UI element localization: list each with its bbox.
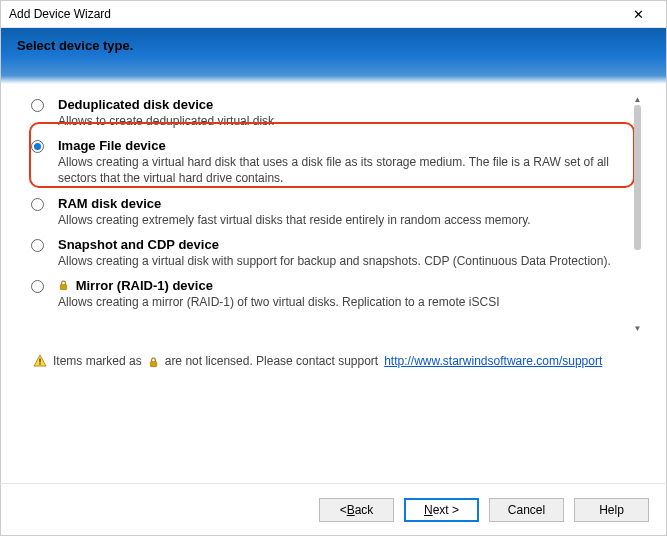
- option-desc: Allows creating extremely fast virtual d…: [58, 212, 620, 228]
- support-link[interactable]: http://www.starwindsoftware.com/support: [384, 354, 602, 368]
- back-button[interactable]: < Back: [319, 498, 394, 522]
- notice-prefix: Items marked as: [53, 354, 142, 368]
- svg-rect-3: [150, 361, 156, 366]
- option-title: RAM disk device: [58, 196, 620, 211]
- option-desc: Allows creating a virtual hard disk that…: [58, 154, 620, 186]
- radio-icon[interactable]: [31, 140, 44, 153]
- option-body: Image File device Allows creating a virt…: [58, 138, 620, 186]
- svg-rect-2: [39, 363, 40, 364]
- scroll-up-icon[interactable]: ▲: [632, 94, 643, 105]
- option-title: Deduplicated disk device: [58, 97, 620, 112]
- option-title: Mirror (RAID-1) device: [58, 278, 620, 293]
- option-image-file[interactable]: Image File device Allows creating a virt…: [19, 135, 620, 192]
- option-title-text: Mirror (RAID-1) device: [76, 278, 213, 293]
- wizard-buttons: < Back Next > Cancel Help: [0, 483, 667, 522]
- scroll-thumb[interactable]: [634, 105, 641, 250]
- option-deduplicated[interactable]: Deduplicated disk device Allows to creat…: [19, 94, 620, 135]
- radio-icon[interactable]: [31, 280, 44, 293]
- option-body: Deduplicated disk device Allows to creat…: [58, 97, 620, 129]
- close-icon: ✕: [633, 7, 644, 22]
- next-accel: N: [424, 503, 433, 517]
- option-desc: Allows creating a virtual disk with supp…: [58, 253, 620, 269]
- option-desc: Allows creating a mirror (RAID-1) of two…: [58, 294, 620, 310]
- option-body: RAM disk device Allows creating extremel…: [58, 196, 620, 228]
- svg-rect-1: [39, 359, 40, 363]
- option-body: Mirror (RAID-1) device Allows creating a…: [58, 278, 620, 310]
- back-prefix: <: [340, 503, 347, 517]
- license-notice: Items marked as are not licensed. Please…: [19, 354, 648, 368]
- radio-icon[interactable]: [31, 198, 44, 211]
- back-accel: B: [347, 503, 355, 517]
- svg-rect-0: [60, 285, 66, 290]
- back-rest: ack: [355, 503, 374, 517]
- banner-title: Select device type.: [17, 38, 650, 53]
- option-body: Snapshot and CDP device Allows creating …: [58, 237, 620, 269]
- scrollbar[interactable]: ▲ ▼: [632, 94, 643, 334]
- option-title: Image File device: [58, 138, 620, 153]
- option-desc: Allows to create deduplicated virtual di…: [58, 113, 620, 129]
- next-button[interactable]: Next >: [404, 498, 479, 522]
- help-button[interactable]: Help: [574, 498, 649, 522]
- option-title: Snapshot and CDP device: [58, 237, 620, 252]
- close-button[interactable]: ✕: [618, 1, 658, 27]
- wizard-content: Deduplicated disk device Allows to creat…: [1, 84, 666, 368]
- scroll-down-icon[interactable]: ▼: [632, 323, 643, 334]
- notice-suffix: are not licensed. Please contact support: [165, 354, 378, 368]
- device-type-list: Deduplicated disk device Allows to creat…: [19, 94, 648, 334]
- lock-icon: [148, 357, 159, 368]
- lock-icon: [58, 280, 69, 291]
- next-rest: ext >: [433, 503, 459, 517]
- cancel-button[interactable]: Cancel: [489, 498, 564, 522]
- scroll-track[interactable]: [632, 105, 643, 323]
- option-ram-disk[interactable]: RAM disk device Allows creating extremel…: [19, 193, 620, 234]
- option-snapshot-cdp[interactable]: Snapshot and CDP device Allows creating …: [19, 234, 620, 275]
- window-title: Add Device Wizard: [9, 7, 618, 21]
- wizard-banner: Select device type.: [1, 28, 666, 84]
- titlebar: Add Device Wizard ✕: [1, 1, 666, 28]
- warning-icon: [33, 354, 47, 368]
- radio-icon[interactable]: [31, 99, 44, 112]
- option-mirror-raid1[interactable]: Mirror (RAID-1) device Allows creating a…: [19, 275, 620, 316]
- radio-icon[interactable]: [31, 239, 44, 252]
